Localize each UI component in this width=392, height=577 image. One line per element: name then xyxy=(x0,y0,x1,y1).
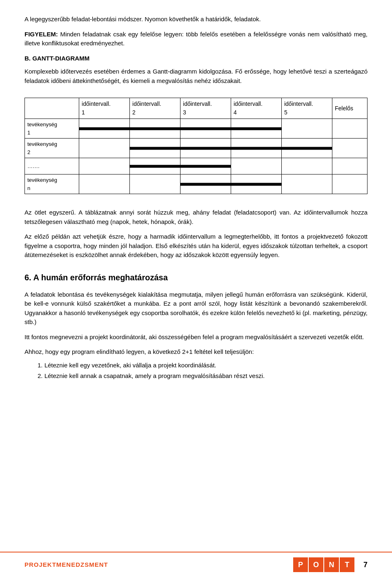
pont-letter-n: N xyxy=(324,557,339,572)
gantt-row3-col3 xyxy=(180,158,231,174)
gantt-row4-label: tevékenységn xyxy=(25,174,79,194)
p3-text: Komplexebb időtervezés esetében érdemes … xyxy=(24,67,368,85)
gantt-row4-felelős xyxy=(332,174,367,194)
page-footer: PROJEKTMENEDZSMENT P O N T 7 xyxy=(0,552,392,577)
gantt-row4-col3 xyxy=(180,174,231,194)
gantt-row1-col4 xyxy=(231,119,282,139)
conditions-list: 1. Léteznie kell egy vezetőnek, aki váll… xyxy=(38,361,368,381)
gantt-row2-col4 xyxy=(231,139,282,158)
gantt-row3-col2 xyxy=(130,158,180,174)
paragraph-1: A legegyszerűbb feladat-lebontási módsze… xyxy=(24,15,368,24)
paragraph-4: Az ötlet egyszerű. A táblázatnak annyi s… xyxy=(24,208,368,226)
gantt-row3-felelős xyxy=(332,158,367,174)
p8-intro: Ahhoz, hogy egy program elindítható legy… xyxy=(24,347,368,357)
gantt-header-col3: időintervall.3 xyxy=(180,98,231,119)
gantt-row4-col5 xyxy=(281,174,332,194)
gantt-header-col2: időintervall.2 xyxy=(130,98,180,119)
paragraph-8-list: Ahhoz, hogy egy program elindítható legy… xyxy=(24,347,368,381)
gantt-row3-col1 xyxy=(79,158,130,174)
gantt-row3-col5 xyxy=(281,158,332,174)
gantt-row1-col5 xyxy=(281,119,332,139)
gantt-row2-col3 xyxy=(180,139,231,158)
p5-text: Az előző példán azt vehetjük észre, hogy… xyxy=(24,232,368,260)
gantt-table: időintervall.1 időintervall.2 időinterva… xyxy=(24,98,368,194)
section-6-heading: 6. A humán erőforrás meghatározása xyxy=(24,271,368,284)
gantt-row1-col2 xyxy=(130,119,180,139)
gantt-row4-col2 xyxy=(130,174,180,194)
subsection-b-heading: B. GANTT-DIAGRAMM xyxy=(24,54,368,63)
gantt-header-felelős: Felelős xyxy=(332,98,367,119)
pont-letter-p: P xyxy=(293,557,308,572)
gantt-wrapper: időintervall.1 időintervall.2 időinterva… xyxy=(24,91,368,201)
gantt-header-col4: időintervall.4 xyxy=(231,98,282,119)
p2-rest: Minden feladatnak csak egy felelőse legy… xyxy=(24,31,368,47)
gantt-row3-col4 xyxy=(231,158,282,174)
gantt-row1-label: tevékenység1 xyxy=(25,119,79,139)
page-number: 7 xyxy=(363,559,368,570)
list-item-1: 1. Léteznie kell egy vezetőnek, aki váll… xyxy=(38,361,368,370)
figyelem-label: FIGYELEM: xyxy=(24,31,58,38)
gantt-row2-felelős xyxy=(332,139,367,158)
pont-letter-t: T xyxy=(340,557,354,572)
gantt-row-2: tevékenység2 xyxy=(25,139,368,158)
p2-text: FIGYELEM: Minden feladatnak csak egy fel… xyxy=(24,30,368,48)
gantt-header-rowlabel xyxy=(25,98,79,119)
footer-right-area: P O N T 7 xyxy=(293,557,368,572)
gantt-row-4: tevékenységn xyxy=(25,174,368,194)
gantt-header-row: időintervall.1 időintervall.2 időinterva… xyxy=(25,98,368,119)
gantt-row4-col1 xyxy=(79,174,130,194)
gantt-row2-col2 xyxy=(130,139,180,158)
paragraph-2: FIGYELEM: Minden feladatnak csak egy fel… xyxy=(24,30,368,48)
paragraph-5: Az előző példán azt vehetjük észre, hogy… xyxy=(24,232,368,260)
gantt-row-1: tevékenység1 xyxy=(25,119,368,139)
p6-text: A feladatok lebontása és tevékenységek k… xyxy=(24,290,368,327)
gantt-header-col1: időintervall.1 xyxy=(79,98,130,119)
footer-brand-text: PROJEKTMENEDZSMENT xyxy=(24,560,108,570)
pont-logo: P O N T xyxy=(293,557,354,572)
gantt-row1-col3 xyxy=(180,119,231,139)
subsection-b-block: B. GANTT-DIAGRAMM Komplexebb időtervezés… xyxy=(24,54,368,86)
gantt-header-col5: időintervall.5 xyxy=(281,98,332,119)
gantt-row1-felelős xyxy=(332,119,367,139)
paragraph-7: Itt fontos megnevezni a projekt koordiná… xyxy=(24,333,368,342)
paragraph-6: A feladatok lebontása és tevékenységek k… xyxy=(24,290,368,327)
gantt-row2-label: tevékenység2 xyxy=(25,139,79,158)
p1-text: A legegyszerűbb feladat-lebontási módsze… xyxy=(24,15,368,24)
gantt-row2-col1 xyxy=(79,139,130,158)
gantt-row-3: ……. xyxy=(25,158,368,174)
gantt-row3-label: ……. xyxy=(25,158,79,174)
gantt-row2-col5 xyxy=(281,139,332,158)
p7-text: Itt fontos megnevezni a projekt koordiná… xyxy=(24,333,368,342)
page: A legegyszerűbb feladat-lebontási módsze… xyxy=(0,0,392,577)
list-item-2: 2. Léteznie kell annak a csapatnak, amel… xyxy=(38,371,368,381)
gantt-row1-col1 xyxy=(79,119,130,139)
p4-text: Az ötlet egyszerű. A táblázatnak annyi s… xyxy=(24,208,368,226)
pont-letter-o: O xyxy=(309,557,323,572)
gantt-row4-col4 xyxy=(231,174,282,194)
